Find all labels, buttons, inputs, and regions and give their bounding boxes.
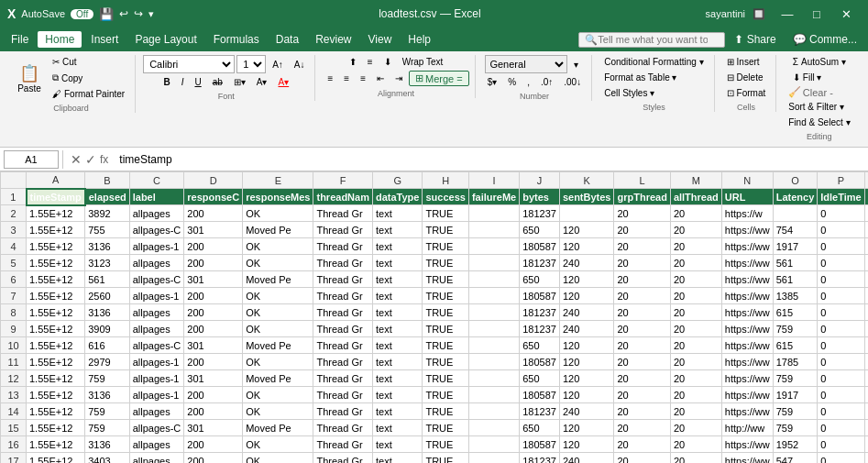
cell-k14[interactable]: 240 (559, 403, 614, 420)
cell-b2[interactable]: 3892 (85, 205, 129, 222)
menu-insert[interactable]: Insert (83, 31, 126, 48)
cell-k4[interactable]: 120 (559, 238, 614, 255)
cell-j2[interactable]: 181237 (520, 205, 560, 222)
cell-l1[interactable]: grpThread (614, 189, 670, 205)
cell-q5[interactable]: 274 (864, 255, 868, 271)
cell-m6[interactable]: 20 (670, 271, 721, 288)
cell-e2[interactable]: OK (243, 205, 313, 222)
cell-styles-button[interactable]: Cell Styles ▾ (599, 86, 708, 100)
cell-j9[interactable]: 181237 (520, 321, 560, 337)
cell-b7[interactable]: 2560 (85, 288, 129, 304)
cell-d11[interactable]: 200 (184, 354, 243, 370)
cell-b10[interactable]: 616 (85, 337, 129, 354)
cell-e13[interactable]: OK (243, 387, 313, 403)
align-top-button[interactable]: ⬆ (345, 55, 361, 69)
cell-i16[interactable] (468, 436, 519, 453)
cell-f3[interactable]: Thread Gr (313, 222, 372, 238)
cell-i14[interactable] (468, 403, 519, 420)
cell-o8[interactable]: 615 (773, 304, 818, 321)
cell-b12[interactable]: 759 (85, 370, 129, 387)
cell-p7[interactable]: 0 (818, 288, 864, 304)
cell-j7[interactable]: 180587 (520, 288, 560, 304)
col-header-b[interactable]: B (85, 172, 129, 189)
number-format-select[interactable]: General (485, 55, 567, 73)
cell-f9[interactable]: Thread Gr (313, 321, 372, 337)
cell-c6[interactable]: allpages-C (129, 271, 184, 288)
cell-h10[interactable]: TRUE (423, 337, 468, 354)
strikethrough-button[interactable]: ab (208, 75, 227, 89)
comments-button[interactable]: 💬 Comme... (786, 31, 864, 48)
cell-q6[interactable]: 274 (864, 271, 868, 288)
cell-g2[interactable]: text (372, 205, 422, 222)
align-middle-button[interactable]: ≡ (363, 55, 378, 69)
cell-l3[interactable]: 20 (614, 222, 670, 238)
cell-f15[interactable]: Thread Gr (313, 420, 372, 436)
cell-p17[interactable]: 0 (818, 453, 864, 464)
cell-e12[interactable]: Moved Pe (243, 370, 313, 387)
cell-p4[interactable]: 0 (818, 238, 864, 255)
cell-n14[interactable]: https://ww (721, 403, 773, 420)
cell-j1[interactable]: bytes (520, 189, 560, 205)
cell-i10[interactable] (468, 337, 519, 354)
cell-b1[interactable]: elapsed (85, 189, 129, 205)
cell-n10[interactable]: https://ww (721, 337, 773, 354)
cell-n15[interactable]: http://ww (721, 420, 773, 436)
cell-f6[interactable]: Thread Gr (313, 271, 372, 288)
cell-i3[interactable] (468, 222, 519, 238)
maximize-button[interactable]: □ (802, 0, 831, 28)
cell-o13[interactable]: 1917 (773, 387, 818, 403)
fill-color-button[interactable]: A▾ (252, 75, 272, 89)
paste-button[interactable]: 📋 Paste (13, 61, 46, 96)
cell-k16[interactable]: 120 (559, 436, 614, 453)
copy-button[interactable]: ⧉ Copy (48, 71, 129, 85)
cell-g9[interactable]: text (372, 321, 422, 337)
cell-h5[interactable]: TRUE (423, 255, 468, 271)
cell-h16[interactable]: TRUE (423, 436, 468, 453)
close-button[interactable]: ✕ (831, 0, 861, 28)
col-header-p[interactable]: P (818, 172, 864, 189)
cell-m8[interactable]: 20 (670, 304, 721, 321)
cell-o14[interactable]: 759 (773, 403, 818, 420)
increase-decimal-button[interactable]: .0↑ (536, 75, 557, 89)
cell-d6[interactable]: 301 (184, 271, 243, 288)
cell-f11[interactable]: Thread Gr (313, 354, 372, 370)
cell-l10[interactable]: 20 (614, 337, 670, 354)
cell-g4[interactable]: text (372, 238, 422, 255)
customize-icon[interactable]: ▾ (148, 8, 154, 20)
cell-l16[interactable]: 20 (614, 436, 670, 453)
cell-m16[interactable]: 20 (670, 436, 721, 453)
cell-f16[interactable]: Thread Gr (313, 436, 372, 453)
cell-m1[interactable]: allThread (670, 189, 721, 205)
cell-q11[interactable]: 1468 (864, 354, 868, 370)
cell-o15[interactable]: 759 (773, 420, 818, 436)
italic-button[interactable]: I (177, 75, 189, 89)
sort-filter-button[interactable]: Sort & Filter ▾ (784, 100, 854, 114)
col-header-o[interactable]: O (773, 172, 818, 189)
cell-k2[interactable] (559, 205, 614, 222)
cell-q13[interactable]: 1621 (864, 387, 868, 403)
cell-o4[interactable]: 1917 (773, 238, 818, 255)
cell-q7[interactable]: 1121 (864, 288, 868, 304)
cell-a8[interactable]: 1.55E+12 (27, 304, 85, 321)
cell-p9[interactable]: 0 (818, 321, 864, 337)
formula-input[interactable] (115, 150, 864, 169)
font-size-select[interactable]: 11 (236, 55, 266, 73)
cell-c1[interactable]: label (129, 189, 184, 205)
col-header-l[interactable]: L (614, 172, 670, 189)
cell-n8[interactable]: https://ww (721, 304, 773, 321)
cell-m15[interactable]: 20 (670, 420, 721, 436)
cell-g1[interactable]: dataType (372, 189, 422, 205)
cell-d3[interactable]: 301 (184, 222, 243, 238)
cell-l12[interactable]: 20 (614, 370, 670, 387)
search-bar[interactable]: 🔍 (578, 32, 725, 48)
cell-m3[interactable]: 20 (670, 222, 721, 238)
cell-d14[interactable]: 200 (184, 403, 243, 420)
decrease-font-button[interactable]: A↓ (290, 58, 310, 72)
cell-i2[interactable] (468, 205, 519, 222)
cell-n7[interactable]: https://ww (721, 288, 773, 304)
cell-o3[interactable]: 754 (773, 222, 818, 238)
col-header-d[interactable]: D (184, 172, 243, 189)
format-button[interactable]: ⊡ Format (722, 86, 771, 100)
col-header-k[interactable]: K (559, 172, 614, 189)
cell-k9[interactable]: 240 (559, 321, 614, 337)
